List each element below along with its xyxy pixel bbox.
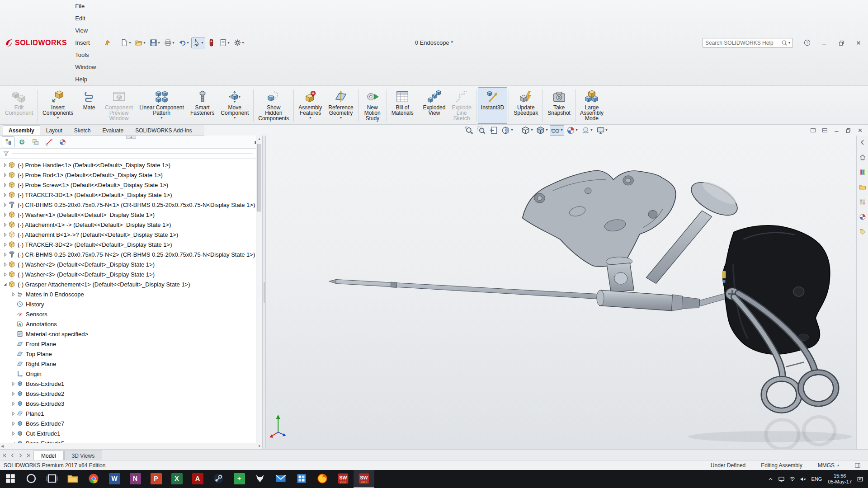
tree-item[interactable]: Right Plane: [0, 359, 255, 369]
last-tab-button[interactable]: [24, 451, 32, 460]
chrome-taskbar-button[interactable]: [83, 470, 104, 488]
mate-button[interactable]: Mate: [76, 87, 102, 124]
expand-arrow-icon[interactable]: [2, 282, 8, 287]
powerpoint-taskbar-button[interactable]: P: [146, 470, 166, 488]
expand-arrow-icon[interactable]: [2, 232, 8, 238]
steam-taskbar-button[interactable]: [208, 470, 229, 488]
dimxpertmanager-tab[interactable]: [42, 136, 55, 147]
tree-item[interactable]: (-) Washer<2> (Default<<Default>_Display…: [0, 259, 255, 269]
firefox-taskbar-button[interactable]: [312, 470, 333, 488]
scroll-up-icon[interactable]: ▲: [258, 136, 261, 142]
dropdown-arrow-icon[interactable]: ▾: [129, 41, 131, 45]
filter-funnel-icon[interactable]: [3, 150, 9, 157]
tree-item[interactable]: (-) Probe Screw<1> (Default<<Default>_Di…: [0, 180, 255, 190]
panel-collapse-handle[interactable]: ▲: [126, 136, 136, 139]
appearances-scenes-button[interactable]: [858, 212, 868, 222]
expand-arrow-icon[interactable]: [2, 212, 8, 218]
update-speedpak-button[interactable]: UpdateSpeedpak: [510, 87, 541, 124]
expand-arrow-icon[interactable]: [10, 411, 16, 417]
show-hidden-components-button[interactable]: ShowHiddenComponents: [255, 87, 292, 124]
dropdown-arrow-icon[interactable]: ▾: [546, 128, 547, 132]
dropdown-arrow-icon[interactable]: ▾: [531, 128, 533, 132]
monitor-icon[interactable]: [778, 476, 785, 483]
options-button[interactable]: ▾: [232, 38, 246, 48]
propertymanager-tab[interactable]: [15, 136, 28, 147]
apply-scene-button[interactable]: ▾: [580, 125, 594, 136]
tree-item[interactable]: (-) Probe Handle<1> (Default<<Default>_D…: [0, 160, 255, 170]
scroll-left-icon[interactable]: ◀: [1, 444, 4, 448]
new-document-button[interactable]: ▾: [118, 38, 132, 48]
prev-tab-button[interactable]: [9, 451, 16, 460]
tree-item[interactable]: AAnnotations: [0, 319, 255, 329]
photos-taskbar-button[interactable]: [291, 470, 312, 488]
undo-button[interactable]: ▾: [177, 38, 191, 48]
tree-horizontal-scrollbar[interactable]: ◀ ▶: [0, 443, 262, 449]
dropdown-arrow-icon[interactable]: ▾: [561, 128, 562, 132]
app-green-taskbar-button[interactable]: +: [229, 470, 250, 488]
filter-input[interactable]: [12, 153, 253, 154]
expand-arrow-icon[interactable]: [2, 172, 8, 178]
dropdown-arrow-icon[interactable]: ▾: [511, 128, 513, 132]
displaymanager-tab[interactable]: [56, 136, 69, 147]
file-explorer-button[interactable]: [858, 182, 868, 192]
view-palette-button[interactable]: [858, 197, 868, 207]
task-view-taskbar-button[interactable]: [42, 470, 62, 488]
dropdown-arrow-icon[interactable]: ▾: [143, 41, 145, 45]
expand-arrow-icon[interactable]: [2, 262, 8, 267]
tree-item[interactable]: Boss-Extrude5: [0, 438, 255, 443]
expand-arrow-icon[interactable]: [10, 291, 16, 297]
zoom-to-area-button[interactable]: [476, 125, 487, 136]
linear-component-pattern-button[interactable]: Linear ComponentPattern▾: [136, 87, 187, 124]
dropdown-arrow-icon[interactable]: ▾: [576, 128, 578, 132]
configurationmanager-tab[interactable]: [29, 136, 42, 147]
collapse-taskpane-button[interactable]: [858, 137, 868, 147]
dropdown-arrow-icon[interactable]: ▾: [591, 128, 593, 132]
dropdown-arrow-icon[interactable]: ▾: [158, 41, 160, 45]
expand-arrow-icon[interactable]: [10, 421, 16, 427]
expand-arrow-icon[interactable]: [2, 272, 8, 277]
search-icon[interactable]: [781, 40, 788, 46]
word-taskbar-button[interactable]: W: [104, 470, 125, 488]
expand-arrow-icon[interactable]: [10, 431, 16, 436]
move-component-button[interactable]: MoveComponent▾: [217, 87, 252, 124]
help-search-box[interactable]: ▾: [703, 38, 793, 48]
tree-item[interactable]: Boss-Extrude3: [0, 399, 255, 408]
close-button[interactable]: [851, 37, 866, 49]
pushpin-icon[interactable]: [104, 40, 110, 46]
minimize-button[interactable]: [816, 37, 832, 49]
dropdown-arrow-icon[interactable]: ▾: [161, 116, 163, 120]
hide-show-items-button[interactable]: ▾: [550, 125, 564, 136]
print-button[interactable]: ▾: [162, 38, 176, 48]
dropdown-arrow-icon[interactable]: ▾: [57, 116, 59, 120]
doc-tab-3d-views[interactable]: 3D Views: [64, 450, 102, 460]
tree-vertical-scrollbar[interactable]: ▲ ▼: [256, 136, 262, 449]
dropdown-arrow-icon[interactable]: ▾: [309, 116, 311, 120]
tree-item[interactable]: (-) Washer<1> (Default<<Default>_Display…: [0, 210, 255, 220]
search-dropdown-icon[interactable]: ▾: [788, 41, 790, 45]
tree-item[interactable]: (-) Probe Rod<1> (Default<<Default>_Disp…: [0, 170, 255, 180]
tree-item[interactable]: (-) Washer<3> (Default<<Default>_Display…: [0, 269, 255, 279]
dropdown-arrow-icon[interactable]: ▾: [242, 41, 244, 45]
menu-window[interactable]: Window: [71, 61, 100, 73]
section-view-button[interactable]: ▾: [500, 125, 514, 136]
model-articulation-stem[interactable]: [606, 257, 634, 292]
assembly-3d-model[interactable]: [266, 136, 856, 449]
expand-arrow-icon[interactable]: [2, 182, 8, 188]
view-orientation-button[interactable]: ▾: [520, 125, 534, 136]
take-snapshot-button[interactable]: TakeSnapshot: [544, 87, 574, 124]
help-button[interactable]: ?: [799, 37, 815, 49]
volume-mute-icon[interactable]: [800, 476, 807, 483]
menu-edit[interactable]: Edit: [71, 12, 100, 24]
display-style-button[interactable]: ▾: [535, 125, 549, 136]
tree-item[interactable]: Boss-Extrude7: [0, 418, 255, 428]
scroll-down-icon[interactable]: ▼: [258, 443, 261, 449]
expand-arrow-icon[interactable]: [2, 162, 8, 168]
tree-item[interactable]: Boss-Extrude2: [0, 389, 255, 399]
tree-item[interactable]: Top Plane: [0, 349, 255, 359]
design-library-button[interactable]: [858, 167, 868, 177]
expand-arrow-icon[interactable]: [10, 381, 16, 387]
tree-item[interactable]: History: [0, 299, 255, 309]
wifi-icon[interactable]: [789, 476, 796, 483]
large-assembly-mode-button[interactable]: LargeAssemblyMode: [577, 87, 607, 124]
file-properties-button[interactable]: ▾: [217, 38, 231, 48]
